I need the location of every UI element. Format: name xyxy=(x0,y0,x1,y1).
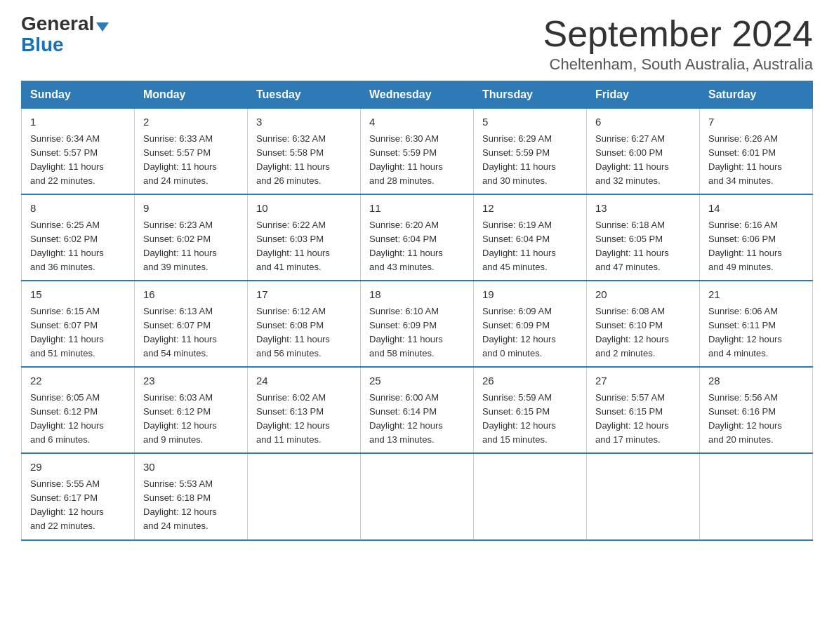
day-info-line: Sunset: 6:06 PM xyxy=(708,232,804,246)
day-info-line: Daylight: 11 hours xyxy=(30,246,126,260)
day-info-line: Sunset: 5:57 PM xyxy=(30,146,126,160)
day-info-line: Sunrise: 6:18 AM xyxy=(595,218,691,232)
day-info-line: Daylight: 11 hours xyxy=(595,246,691,260)
day-number: 17 xyxy=(256,287,352,303)
day-info-line: Sunrise: 6:15 AM xyxy=(30,304,126,318)
day-info-line: Sunrise: 6:12 AM xyxy=(256,304,352,318)
calendar-header: SundayMondayTuesdayWednesdayThursdayFrid… xyxy=(22,81,813,109)
day-info-line: and 49 minutes. xyxy=(708,260,804,274)
day-number: 5 xyxy=(482,114,578,130)
day-info-line: Sunrise: 5:59 AM xyxy=(482,391,578,405)
page: General Blue September 2024 Cheltenham, … xyxy=(0,0,834,562)
day-number: 14 xyxy=(708,201,804,217)
calendar-week-2: 8Sunrise: 6:25 AMSunset: 6:02 PMDaylight… xyxy=(22,194,813,281)
day-info-line: Sunrise: 6:33 AM xyxy=(143,132,239,146)
day-info-line: and 36 minutes. xyxy=(30,260,126,274)
day-info-line: Daylight: 11 hours xyxy=(256,246,352,260)
day-number: 16 xyxy=(143,287,239,303)
calendar-cell: 15Sunrise: 6:15 AMSunset: 6:07 PMDayligh… xyxy=(22,281,135,367)
day-info-line: Daylight: 12 hours xyxy=(143,505,239,519)
day-info-line: Sunrise: 6:26 AM xyxy=(708,132,804,146)
day-info-line: Sunset: 6:04 PM xyxy=(482,232,578,246)
day-number: 7 xyxy=(708,114,804,130)
calendar-week-4: 22Sunrise: 6:05 AMSunset: 6:12 PMDayligh… xyxy=(22,367,813,453)
day-number: 13 xyxy=(595,201,691,217)
day-info-line: Sunset: 6:12 PM xyxy=(143,405,239,419)
day-info-line: Sunset: 6:02 PM xyxy=(143,232,239,246)
weekday-header-saturday: Saturday xyxy=(700,81,813,109)
day-number: 28 xyxy=(708,373,804,389)
day-number: 26 xyxy=(482,373,578,389)
calendar-cell: 22Sunrise: 6:05 AMSunset: 6:12 PMDayligh… xyxy=(22,367,135,453)
day-info-line: Daylight: 12 hours xyxy=(30,419,126,433)
day-info-line: Daylight: 11 hours xyxy=(708,160,804,174)
day-number: 9 xyxy=(143,201,239,217)
calendar-cell: 3Sunrise: 6:32 AMSunset: 5:58 PMDaylight… xyxy=(248,109,361,195)
day-info-line: Sunrise: 6:32 AM xyxy=(256,132,352,146)
day-number: 21 xyxy=(708,287,804,303)
day-info-line: Sunrise: 6:03 AM xyxy=(143,391,239,405)
weekday-header-friday: Friday xyxy=(587,81,700,109)
day-info-line: Sunset: 6:01 PM xyxy=(708,146,804,160)
day-info-line: Sunset: 6:11 PM xyxy=(708,318,804,333)
day-info-line: Daylight: 11 hours xyxy=(143,246,239,260)
day-info-line: Sunrise: 6:27 AM xyxy=(595,132,691,146)
day-number: 10 xyxy=(256,201,352,217)
day-info-line: and 45 minutes. xyxy=(482,260,578,274)
calendar-cell: 12Sunrise: 6:19 AMSunset: 6:04 PMDayligh… xyxy=(474,194,587,281)
day-info-line: Sunrise: 5:56 AM xyxy=(708,391,804,405)
day-info-line: Daylight: 11 hours xyxy=(30,160,126,174)
calendar-cell: 9Sunrise: 6:23 AMSunset: 6:02 PMDaylight… xyxy=(135,194,248,281)
calendar-cell: 4Sunrise: 6:30 AMSunset: 5:59 PMDaylight… xyxy=(361,109,474,195)
day-info-line: and 24 minutes. xyxy=(143,174,239,188)
day-info-line: Daylight: 11 hours xyxy=(369,160,465,174)
calendar-cell: 11Sunrise: 6:20 AMSunset: 6:04 PMDayligh… xyxy=(361,194,474,281)
day-info-line: Daylight: 12 hours xyxy=(143,419,239,433)
day-info-line: Sunrise: 6:06 AM xyxy=(708,304,804,318)
day-info-line: Daylight: 12 hours xyxy=(595,333,691,347)
day-number: 23 xyxy=(143,373,239,389)
day-info-line: and 34 minutes. xyxy=(708,174,804,188)
day-info-line: Daylight: 12 hours xyxy=(708,419,804,433)
calendar-cell: 5Sunrise: 6:29 AMSunset: 5:59 PMDaylight… xyxy=(474,109,587,195)
logo-blue-text: Blue xyxy=(21,34,64,56)
calendar-cell: 30Sunrise: 5:53 AMSunset: 6:18 PMDayligh… xyxy=(135,453,248,539)
day-info-line: and 58 minutes. xyxy=(369,347,465,361)
day-number: 19 xyxy=(482,287,578,303)
weekday-header-tuesday: Tuesday xyxy=(248,81,361,109)
day-info-line: Daylight: 11 hours xyxy=(482,160,578,174)
day-number: 6 xyxy=(595,114,691,130)
day-info-line: Sunset: 6:03 PM xyxy=(256,232,352,246)
title-area: September 2024 Cheltenham, South Austral… xyxy=(543,14,814,74)
calendar-cell: 8Sunrise: 6:25 AMSunset: 6:02 PMDaylight… xyxy=(22,194,135,281)
calendar-cell: 24Sunrise: 6:02 AMSunset: 6:13 PMDayligh… xyxy=(248,367,361,453)
calendar-cell: 21Sunrise: 6:06 AMSunset: 6:11 PMDayligh… xyxy=(700,281,813,367)
day-info-line: Sunset: 5:58 PM xyxy=(256,146,352,160)
day-number: 20 xyxy=(595,287,691,303)
day-info-line: Sunset: 6:02 PM xyxy=(30,232,126,246)
day-info-line: Sunset: 6:08 PM xyxy=(256,318,352,333)
day-number: 15 xyxy=(30,287,126,303)
day-info-line: Sunrise: 6:29 AM xyxy=(482,132,578,146)
weekday-header-row: SundayMondayTuesdayWednesdayThursdayFrid… xyxy=(22,81,813,109)
day-info-line: Sunset: 6:07 PM xyxy=(30,318,126,333)
day-info-line: and 54 minutes. xyxy=(143,347,239,361)
calendar-cell: 17Sunrise: 6:12 AMSunset: 6:08 PMDayligh… xyxy=(248,281,361,367)
day-info-line: and 28 minutes. xyxy=(369,174,465,188)
calendar-week-1: 1Sunrise: 6:34 AMSunset: 5:57 PMDaylight… xyxy=(22,109,813,195)
day-info-line: and 30 minutes. xyxy=(482,174,578,188)
day-info-line: Sunrise: 6:30 AM xyxy=(369,132,465,146)
day-info-line: Sunset: 6:04 PM xyxy=(369,232,465,246)
calendar-cell: 2Sunrise: 6:33 AMSunset: 5:57 PMDaylight… xyxy=(135,109,248,195)
day-info-line: Daylight: 11 hours xyxy=(143,333,239,347)
day-info-line: Sunset: 6:13 PM xyxy=(256,405,352,419)
day-info-line: Daylight: 11 hours xyxy=(369,246,465,260)
day-info-line: Sunrise: 5:57 AM xyxy=(595,391,691,405)
calendar-cell: 19Sunrise: 6:09 AMSunset: 6:09 PMDayligh… xyxy=(474,281,587,367)
calendar-cell: 13Sunrise: 6:18 AMSunset: 6:05 PMDayligh… xyxy=(587,194,700,281)
day-info-line: Daylight: 11 hours xyxy=(256,333,352,347)
day-info-line: and 56 minutes. xyxy=(256,347,352,361)
day-number: 8 xyxy=(30,201,126,217)
calendar-cell: 26Sunrise: 5:59 AMSunset: 6:15 PMDayligh… xyxy=(474,367,587,453)
day-info-line: and 20 minutes. xyxy=(708,433,804,447)
